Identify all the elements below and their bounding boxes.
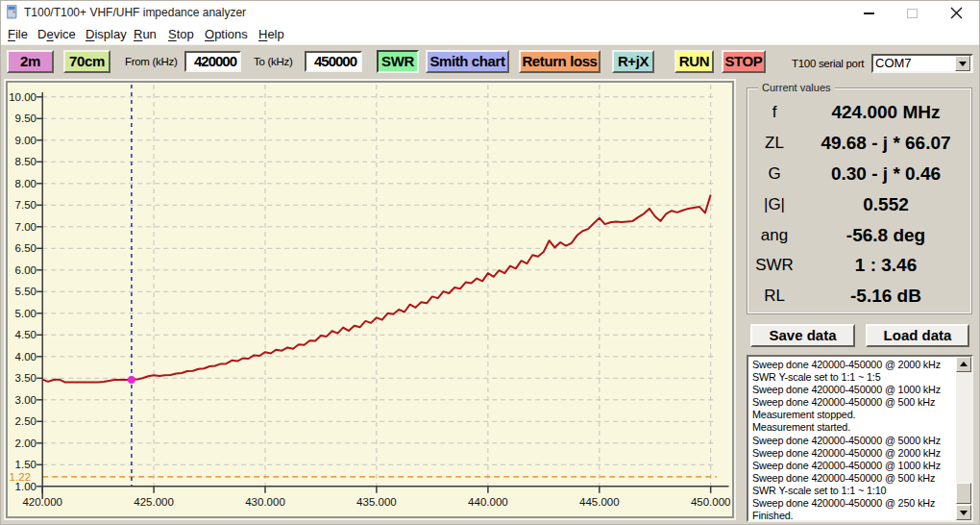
svg-text:430.000: 430.000	[245, 496, 285, 508]
svg-text:5.00: 5.00	[15, 308, 37, 319]
svg-text:10.00: 10.00	[9, 91, 37, 103]
svg-text:435.000: 435.000	[356, 496, 397, 508]
svg-text:1.50: 1.50	[15, 459, 37, 470]
svg-text:7.00: 7.00	[15, 221, 37, 233]
svg-text:9.50: 9.50	[15, 112, 37, 124]
svg-text:4.00: 4.00	[15, 351, 37, 362]
svg-text:2.00: 2.00	[15, 438, 37, 449]
svg-text:6.50: 6.50	[15, 242, 37, 254]
svg-text:440.000: 440.000	[468, 496, 508, 508]
svg-text:6.00: 6.00	[15, 264, 37, 276]
svg-text:420.000: 420.000	[22, 496, 62, 508]
svg-text:8.50: 8.50	[15, 156, 37, 167]
svg-text:9.00: 9.00	[15, 135, 37, 146]
svg-text:3.00: 3.00	[15, 394, 37, 406]
svg-text:4.50: 4.50	[15, 329, 37, 340]
svg-text:8.00: 8.00	[15, 178, 37, 189]
svg-text:7.50: 7.50	[15, 199, 37, 211]
svg-text:1.22: 1.22	[10, 471, 31, 483]
svg-text:5.50: 5.50	[15, 286, 37, 297]
svg-text:425.000: 425.000	[134, 496, 174, 508]
svg-text:450.000: 450.000	[691, 496, 731, 508]
svg-text:3.50: 3.50	[15, 372, 37, 384]
svg-text:2.50: 2.50	[15, 415, 37, 427]
svg-text:445.000: 445.000	[579, 496, 620, 508]
